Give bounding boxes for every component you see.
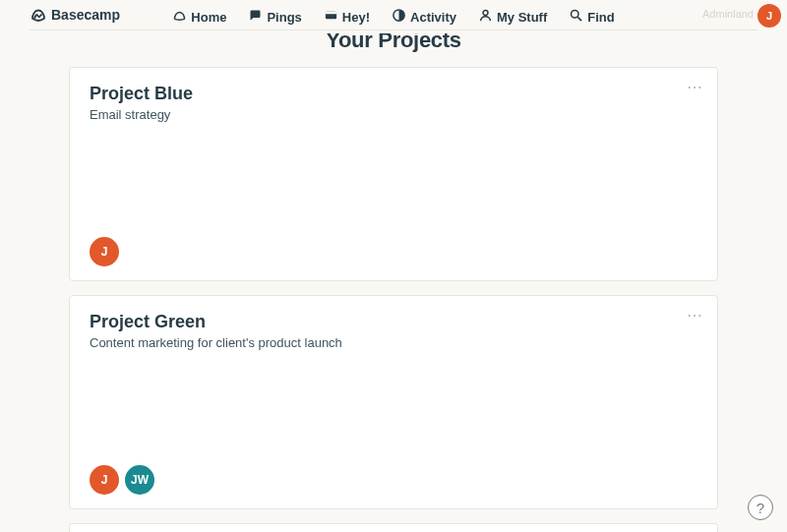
card-more-button[interactable]: ⋯ bbox=[687, 306, 703, 325]
project-title: Project Green bbox=[90, 312, 697, 333]
nav-label: My Stuff bbox=[497, 10, 547, 25]
brand-name: Basecamp bbox=[51, 7, 120, 23]
svg-point-4 bbox=[572, 11, 579, 19]
home-icon bbox=[172, 8, 187, 26]
inbox-icon bbox=[324, 8, 338, 26]
project-description: Content marketing for client's product l… bbox=[90, 335, 697, 350]
member-avatar[interactable]: J bbox=[90, 237, 119, 266]
project-card[interactable]: ⋯ Project Blue Email strategy J bbox=[69, 67, 718, 281]
avatar-initial: J bbox=[766, 10, 772, 22]
nav-home[interactable]: Home bbox=[170, 6, 228, 28]
nav-hey[interactable]: Hey! bbox=[322, 6, 372, 28]
nav-mystuff[interactable]: My Stuff bbox=[476, 6, 549, 28]
basecamp-logo-icon bbox=[30, 6, 47, 24]
card-more-button[interactable]: ⋯ bbox=[687, 78, 703, 96]
project-list: ⋯ Project Blue Email strategy J ⋯ Projec… bbox=[69, 67, 718, 532]
question-icon: ? bbox=[757, 500, 764, 516]
project-title: Project Blue bbox=[90, 84, 697, 105]
member-avatar[interactable]: J bbox=[90, 465, 119, 495]
nav-pings[interactable]: Pings bbox=[246, 6, 303, 28]
top-bar: Basecamp Home Pings Hey! Activity bbox=[0, 0, 787, 33]
project-members: J JW bbox=[90, 465, 154, 495]
avatar-initial: JW bbox=[131, 473, 149, 487]
nav-label: Find bbox=[587, 10, 614, 25]
nav-find[interactable]: Find bbox=[567, 6, 616, 28]
project-description: Email strategy bbox=[90, 107, 697, 122]
nav-label: Activity bbox=[410, 10, 456, 25]
project-card[interactable]: ⋯ Project Green Content marketing for cl… bbox=[69, 295, 718, 509]
main-nav: Home Pings Hey! Activity My Stuff bbox=[12, 6, 775, 28]
adminland-link[interactable]: Adminland bbox=[702, 8, 754, 20]
brand[interactable]: Basecamp bbox=[30, 6, 120, 24]
avatar-initial: J bbox=[101, 473, 108, 487]
chat-icon bbox=[248, 8, 263, 26]
nav-activity[interactable]: Activity bbox=[390, 6, 458, 28]
svg-point-3 bbox=[483, 11, 488, 16]
svg-line-5 bbox=[578, 17, 582, 21]
current-user-avatar[interactable]: J bbox=[757, 4, 781, 28]
nav-divider bbox=[30, 30, 757, 30]
project-card-peek[interactable] bbox=[69, 523, 718, 532]
nav-label: Pings bbox=[267, 10, 301, 25]
help-button[interactable]: ? bbox=[748, 495, 773, 520]
project-members: J bbox=[90, 237, 119, 266]
activity-icon bbox=[392, 8, 406, 26]
member-avatar[interactable]: JW bbox=[125, 465, 154, 495]
svg-rect-1 bbox=[326, 12, 336, 15]
nav-label: Hey! bbox=[342, 10, 370, 25]
nav-label: Home bbox=[191, 10, 226, 25]
person-icon bbox=[478, 8, 493, 26]
search-icon bbox=[569, 8, 583, 26]
avatar-initial: J bbox=[101, 245, 108, 259]
